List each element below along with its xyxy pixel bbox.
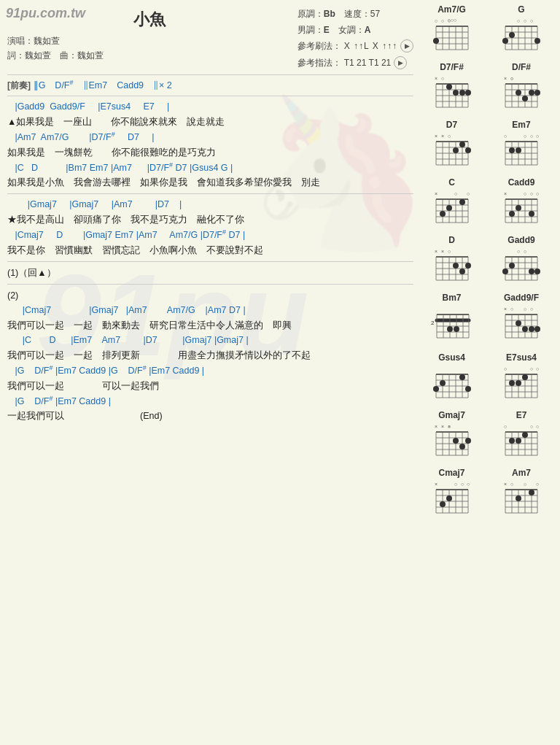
- svg-text:○: ○: [524, 191, 526, 196]
- svg-point-232: [516, 380, 521, 386]
- svg-text:○: ○: [440, 76, 443, 81]
- svg-text:×: ×: [434, 134, 437, 139]
- svg-text:×: ×: [440, 424, 443, 429]
- svg-text:×: ×: [504, 191, 507, 196]
- svg-text:2: 2: [431, 320, 435, 326]
- svg-text:○: ○: [454, 191, 456, 196]
- svg-point-169: [529, 269, 534, 274]
- chord-dfs: D/F# × ○: [491, 62, 553, 114]
- lyric-line-9: 一起我們可以 (End): [7, 409, 413, 423]
- lyricist-line: 詞：魏如萱 曲：魏如萱: [7, 48, 292, 63]
- chord-diagram-g: ○ ○ ○: [499, 16, 543, 56]
- chord-diagram-gsus4: [430, 364, 474, 404]
- chord-am7: Am7 × ○ ○ ○: [491, 468, 553, 520]
- chord-line-4: |Gmaj7 |Gmaj7 |Am7 |D7 |: [7, 198, 413, 212]
- finger-play-btn[interactable]: ▶: [394, 56, 407, 69]
- lyric-line-7: 我們可以一起 一起 排列更新 用盡全力撫摸矛情以外的了不起: [7, 348, 413, 363]
- svg-point-267: [516, 438, 521, 444]
- strum-play-btn[interactable]: ▶: [400, 39, 413, 53]
- svg-text:○: ○: [524, 134, 526, 139]
- svg-point-168: [509, 263, 515, 269]
- svg-text:○: ○: [510, 306, 513, 312]
- svg-text:○: ○: [517, 18, 520, 23]
- svg-point-252: [465, 438, 471, 444]
- chord-diagram-dfs: × ○: [499, 74, 543, 114]
- svg-text:○: ○: [530, 366, 533, 371]
- svg-point-153: [465, 263, 471, 269]
- svg-point-170: [534, 269, 540, 274]
- svg-point-135: [516, 205, 521, 211]
- chord-c: C ×: [421, 177, 483, 229]
- svg-point-97: [509, 147, 515, 153]
- chord-diagram-gmaj7: × × ×: [430, 422, 474, 462]
- svg-text:×: ×: [504, 482, 507, 487]
- svg-point-27: [502, 38, 508, 44]
- site-watermark: 91pu.com.tw: [6, 6, 85, 21]
- svg-point-12: [433, 38, 439, 44]
- chord-line-3: |C D |Bm7 Em7 |Am7 |D7/F# D7 |Gsus4 G |: [7, 161, 413, 175]
- chord-d7: D7 × × ○: [421, 120, 483, 171]
- chord-d7fs: D7/F# × ○: [421, 62, 483, 114]
- svg-point-134: [509, 211, 515, 217]
- chord-gmaj7: Gmaj7 × × ×: [421, 410, 483, 462]
- svg-point-217: [459, 374, 465, 380]
- chord-d: D × × ○: [421, 235, 483, 287]
- svg-text:○: ○: [440, 18, 443, 23]
- svg-text:○: ○: [504, 134, 507, 139]
- svg-text:○: ○: [536, 191, 539, 196]
- svg-point-66: [534, 90, 540, 96]
- svg-point-98: [516, 147, 521, 153]
- chord-line-7: |C D |Em7 Am7 |D7 |Gmaj7 |Gmaj7 |: [7, 333, 413, 347]
- svg-text:○: ○: [530, 424, 533, 429]
- svg-text:○: ○: [536, 134, 539, 139]
- chord-gadd9f: Gadd9/F × ○: [491, 293, 553, 347]
- svg-point-48: [459, 90, 465, 96]
- verse2-marker: (2): [7, 288, 413, 303]
- svg-text:○: ○: [447, 18, 450, 23]
- chord-diagram-d7fs: × ○: [430, 74, 474, 114]
- repeat-section: (1)（回▲）: [7, 266, 413, 280]
- svg-point-167: [502, 269, 508, 274]
- svg-text:○: ○: [466, 191, 469, 196]
- svg-point-287: [446, 495, 452, 501]
- chord-em7: Em7 ○: [491, 120, 553, 171]
- svg-text:○: ○: [536, 366, 539, 371]
- svg-text:○: ○: [530, 134, 533, 139]
- svg-text:×: ×: [504, 76, 507, 81]
- svg-text:○: ○: [504, 366, 507, 371]
- svg-text:○: ○: [536, 482, 539, 487]
- transpose-line: 男調：E 女調：A: [298, 22, 413, 38]
- svg-text:○: ○: [447, 249, 450, 254]
- svg-point-114: [440, 211, 446, 217]
- svg-point-151: [453, 263, 459, 269]
- svg-text:○: ○: [454, 482, 456, 487]
- svg-point-49: [465, 90, 471, 96]
- verse1-section: |Gadd9 Gadd9/F |E7sus4 E7 | ▲如果我是 一座山 你不…: [7, 100, 413, 190]
- original-key-line: 原調：Bb 速度：57: [298, 6, 413, 22]
- page: 91pu.com.tw 91pu 🦄 小魚 演唱：魏如萱 詞：魏如萱 曲：魏如萱…: [0, 0, 560, 745]
- lyric-line-2: 如果我是 一塊餅乾 你不能很難吃的是巧克力: [7, 145, 413, 160]
- svg-text:×: ×: [440, 134, 443, 139]
- svg-point-47: [453, 90, 459, 96]
- chord-line-8: |G D/F# |Em7 Cadd9 |G D/F# |Em7 Cadd9 |: [7, 363, 413, 378]
- strum-row: 參考刷法： X ↑↑L X ↑↑↑ ▶: [298, 38, 413, 54]
- svg-point-304: [529, 490, 534, 495]
- svg-text:○: ○: [524, 482, 526, 487]
- svg-text:○: ○: [524, 249, 526, 254]
- svg-point-29: [534, 38, 540, 44]
- svg-point-233: [522, 374, 528, 380]
- svg-text:○: ○: [504, 424, 507, 429]
- svg-point-28: [509, 32, 515, 38]
- chord-gsus4: Gsus4: [421, 352, 483, 404]
- chord-grid: Am7/G ○○○: [421, 4, 556, 520]
- chord-diagram-am7: × ○ ○ ○: [499, 479, 543, 520]
- chord-cmaj7: Cmaj7 × ○ ○ ○: [421, 468, 483, 520]
- chord-gadd9: Gadd9 ○ ○: [491, 235, 553, 287]
- chord-line-9: |G D/F# |Em7 Cadd9 |: [7, 394, 413, 409]
- chord-diagram-gadd9: ○ ○: [499, 247, 543, 287]
- left-panel: 小魚 演唱：魏如萱 詞：魏如萱 曲：魏如萱 原調：Bb 速度：57 男調：E 女…: [0, 0, 418, 524]
- svg-text:○: ○: [530, 191, 533, 196]
- svg-point-231: [509, 380, 515, 386]
- chord-diagram-am7g: ○○○: [430, 16, 474, 56]
- svg-point-83: [459, 142, 465, 147]
